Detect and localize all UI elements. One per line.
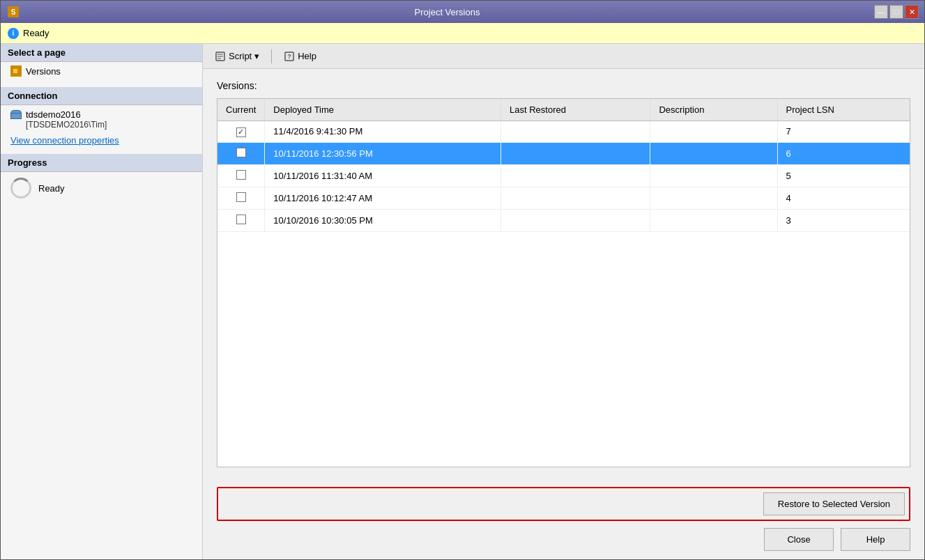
table-row[interactable]: 10/11/2016 11:31:40 AM5 [217, 164, 910, 187]
checkbox-cell[interactable] [217, 187, 265, 209]
svg-text:S: S [11, 8, 16, 16]
title-bar: S Project Versions — □ ✕ [1, 1, 924, 23]
app-icon: S [6, 5, 20, 19]
select-page-header: Select a page [1, 44, 202, 62]
content-inner: Versions: Current Deployed Time Last Res… [203, 69, 924, 479]
help-toolbar-label: Help [298, 51, 316, 61]
help-icon: ? [284, 51, 295, 62]
bottom-area: Restore to Selected Version Close Help [203, 479, 924, 559]
progress-header: Progress [1, 154, 202, 172]
table-row[interactable]: 10/11/2016 10:12:47 AM4 [217, 187, 910, 209]
description-cell [650, 121, 777, 143]
content-area: Script ▾ ? Help Versions: [203, 44, 924, 559]
table-row[interactable]: 10/11/2016 12:30:56 PM6 [217, 142, 910, 164]
versions-heading: Versions: [217, 80, 910, 91]
server-name: tdsdemo2016 [26, 109, 81, 120]
server-user: [TDSDEMO2016\Tim] [10, 120, 192, 130]
help-toolbar-button[interactable]: ? Help [277, 48, 323, 65]
col-header-current: Current [217, 99, 265, 121]
row-checkbox[interactable] [236, 192, 246, 202]
svg-text:?: ? [287, 53, 291, 60]
server-name-row: tdsdemo2016 [10, 109, 192, 120]
lsn-cell: 7 [777, 121, 910, 143]
sidebar: Select a page Versions Connection [1, 44, 203, 559]
view-connection-link[interactable]: View connection properties [1, 134, 202, 147]
script-icon [215, 51, 226, 62]
progress-spinner [10, 178, 31, 199]
col-header-description: Description [650, 99, 777, 121]
deployed-time-cell: 10/10/2016 10:30:05 PM [265, 209, 501, 231]
versions-table-container: Current Deployed Time Last Restored Desc… [217, 98, 910, 467]
bottom-buttons: Close Help [217, 528, 910, 551]
description-cell [650, 209, 777, 231]
main-window: S Project Versions — □ ✕ i Ready Select … [0, 0, 925, 560]
lsn-cell: 3 [777, 209, 910, 231]
lsn-cell: 4 [777, 187, 910, 209]
connection-section: Connection tdsdemo2016 [TDSDEMO2016\Tim]… [1, 87, 202, 147]
table-row[interactable]: ✓11/4/2016 9:41:30 PM7 [217, 121, 910, 143]
lsn-cell: 5 [777, 164, 910, 187]
close-window-button[interactable]: ✕ [905, 5, 919, 19]
deployed-time-cell: 10/11/2016 11:31:40 AM [265, 164, 501, 187]
description-cell [650, 142, 777, 164]
col-header-last-restored: Last Restored [501, 99, 650, 121]
progress-status: Ready [38, 183, 65, 194]
table-header-row: Current Deployed Time Last Restored Desc… [217, 99, 910, 121]
last-restored-cell [501, 164, 650, 187]
progress-section: Progress Ready [1, 154, 202, 204]
sidebar-item-versions[interactable]: Versions [1, 62, 202, 80]
deployed-time-cell: 11/4/2016 9:41:30 PM [265, 121, 501, 143]
maximize-button[interactable]: □ [889, 5, 903, 19]
versions-icon [10, 65, 22, 77]
description-cell [650, 164, 777, 187]
connection-info: tdsdemo2016 [TDSDEMO2016\Tim] [1, 105, 202, 134]
restore-button[interactable]: Restore to Selected Version [763, 492, 905, 515]
svg-rect-3 [13, 69, 17, 73]
row-checkbox[interactable] [236, 215, 246, 224]
checkbox-cell[interactable] [217, 142, 265, 164]
row-checkbox[interactable]: ✓ [236, 127, 246, 137]
col-header-deployed-time: Deployed Time [265, 99, 501, 121]
last-restored-cell [501, 209, 650, 231]
lsn-cell: 6 [777, 142, 910, 164]
db-icon [10, 110, 22, 120]
col-header-lsn: Project LSN [777, 99, 910, 121]
last-restored-cell [501, 187, 650, 209]
last-restored-cell [501, 121, 650, 143]
main-area: Select a page Versions Connection [1, 44, 924, 559]
checkbox-cell[interactable]: ✓ [217, 121, 265, 143]
script-dropdown-icon: ▾ [254, 51, 259, 61]
table-row[interactable]: 10/10/2016 10:30:05 PM3 [217, 209, 910, 231]
restore-btn-container: Restore to Selected Version [217, 487, 910, 521]
connection-header: Connection [1, 87, 202, 105]
window-title: Project Versions [20, 7, 874, 17]
info-icon: i [8, 28, 19, 39]
toolbar: Script ▾ ? Help [203, 44, 924, 69]
progress-content: Ready [1, 172, 202, 204]
checkbox-cell[interactable] [217, 209, 265, 231]
deployed-time-cell: 10/11/2016 12:30:56 PM [265, 142, 501, 164]
description-cell [650, 187, 777, 209]
versions-table: Current Deployed Time Last Restored Desc… [217, 99, 910, 232]
toolbar-separator [271, 49, 272, 63]
script-label: Script [229, 51, 252, 61]
status-bar: i Ready [1, 23, 924, 44]
row-checkbox[interactable] [236, 148, 246, 157]
last-restored-cell [501, 142, 650, 164]
status-text: Ready [23, 28, 49, 38]
close-button[interactable]: Close [764, 528, 834, 551]
checkbox-cell[interactable] [217, 164, 265, 187]
row-checkbox[interactable] [236, 170, 246, 180]
sidebar-versions-label: Versions [26, 66, 61, 77]
window-controls: — □ ✕ [874, 5, 919, 19]
deployed-time-cell: 10/11/2016 10:12:47 AM [265, 187, 501, 209]
script-button[interactable]: Script ▾ [208, 48, 266, 65]
help-button[interactable]: Help [841, 528, 910, 551]
minimize-button[interactable]: — [874, 5, 888, 19]
